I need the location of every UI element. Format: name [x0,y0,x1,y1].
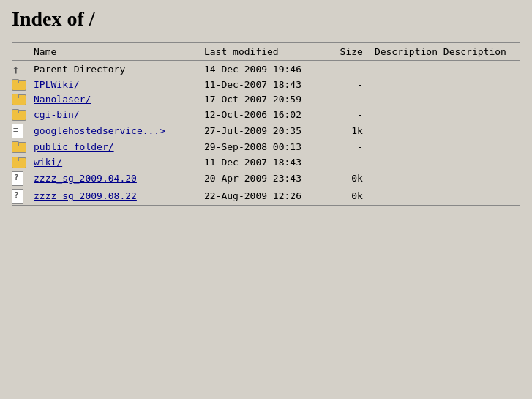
parent-directory-label: Parent Directory [34,64,125,75]
file-icon-cell [12,61,34,78]
folder-icon [12,94,26,105]
file-date-cell: 17-Oct-2007 20:59 [204,92,336,108]
icon-header-spacer [12,43,34,61]
file-date-cell: 27-Jul-2009 20:35 [204,122,336,140]
file-icon-cell [12,154,34,170]
table-row: Parent Directory14-Dec-2009 19:46- [12,61,520,78]
col-sort-date[interactable]: Last modified [204,46,279,57]
file-desc-cell [375,77,520,92]
file-name-cell: Parent Directory [34,61,204,78]
file-date-cell: 29-Sep-2008 00:13 [204,140,336,155]
file-size-cell: - [336,154,375,170]
file-size-cell: 1k [336,122,375,140]
file-link[interactable]: public_folder/ [34,141,114,152]
file-name-cell: public_folder/ [34,140,204,155]
col-sort-name[interactable]: Name [34,46,56,57]
textfile-icon [12,124,25,138]
file-link[interactable]: wiki/ [34,157,62,168]
folder-icon [12,141,26,153]
table-row: IPLWiki/11-Dec-2007 18:43- [12,77,520,92]
file-link[interactable]: cgi-bin/ [34,109,80,120]
col-header-date[interactable]: Last modified [204,43,336,61]
file-desc-cell [375,170,520,187]
file-size-cell: 0k [336,170,375,187]
folder-icon [12,79,26,91]
col-sort-size[interactable]: Size [340,46,363,57]
table-footer [12,205,520,212]
table-row: googlehostedservice...>27-Jul-2009 20:35… [12,122,520,140]
file-size-cell: 0k [336,187,375,206]
file-icon-cell [12,92,34,108]
file-date-cell: 20-Apr-2009 23:43 [204,170,336,187]
file-icon-cell [12,170,34,187]
file-name-cell: cgi-bin/ [34,107,204,122]
file-desc-cell [375,107,520,122]
file-date-cell: 11-Dec-2007 18:43 [204,154,336,170]
file-desc-cell [375,92,520,108]
table-row: public_folder/29-Sep-2008 00:13- [12,140,520,155]
table-row: cgi-bin/12-Oct-2006 16:02- [12,107,520,122]
page-title: Index of / [12,7,520,31]
folder-icon [12,157,26,168]
file-icon-cell [12,107,34,122]
folder-icon [12,109,26,121]
file-date-cell: 14-Dec-2009 19:46 [204,61,336,78]
table-row: wiki/11-Dec-2007 18:43- [12,154,520,170]
file-name-cell: IPLWiki/ [34,77,204,92]
file-size-cell: - [336,107,375,122]
table-row: zzzz_sg_2009.08.2222-Aug-2009 12:260k [12,187,520,206]
file-desc-cell [375,154,520,170]
col-header-size[interactable]: Size [336,43,375,61]
table-row: zzzz_sg_2009.04.2020-Apr-2009 23:430k [12,170,520,187]
file-desc-cell [375,187,520,206]
file-size-cell: - [336,77,375,92]
file-name-cell: googlehostedservice...> [34,122,204,140]
table-row: Nanolaser/17-Oct-2007 20:59- [12,92,520,108]
file-icon-cell [12,140,34,155]
back-icon [12,62,28,75]
file-desc-cell [375,61,520,78]
file-name-cell: wiki/ [34,154,204,170]
file-desc-cell [375,140,520,155]
file-size-cell: - [336,92,375,108]
file-name-cell: zzzz_sg_2009.08.22 [34,187,204,206]
file-icon-cell [12,187,34,206]
file-size-cell: - [336,61,375,78]
file-link[interactable]: zzzz_sg_2009.08.22 [34,190,137,201]
file-size-cell: - [336,140,375,155]
file-date-cell: 12-Oct-2006 16:02 [204,107,336,122]
file-desc-cell [375,122,520,140]
unknown-file-icon [12,189,25,204]
file-link[interactable]: IPLWiki/ [34,79,80,90]
unknown-file-icon [12,171,25,186]
file-date-cell: 22-Aug-2009 12:26 [204,187,336,206]
file-name-cell: zzzz_sg_2009.04.20 [34,170,204,187]
file-icon-cell [12,77,34,92]
file-date-cell: 11-Dec-2007 18:43 [204,77,336,92]
col-header-desc: Description Description [375,43,520,61]
file-name-cell: Nanolaser/ [34,92,204,108]
file-link[interactable]: googlehostedservice...> [34,125,165,136]
file-link[interactable]: Nanolaser/ [34,94,91,105]
file-link[interactable]: zzzz_sg_2009.04.20 [34,173,137,184]
col-header-name[interactable]: Name [34,43,204,61]
file-icon-cell [12,122,34,140]
